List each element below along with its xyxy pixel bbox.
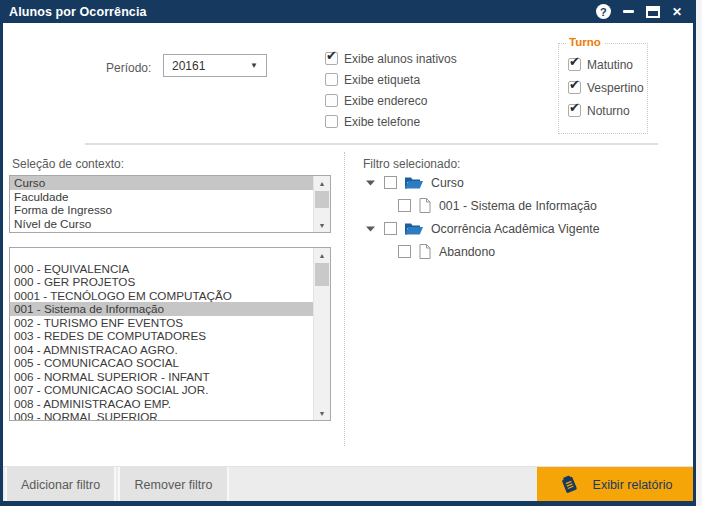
list-item[interactable]: Nível de Curso [10, 217, 313, 231]
checkbox-label: Exibe telefone [344, 115, 420, 129]
checkbox-option[interactable]: ✔Matutino [568, 57, 647, 72]
window-border-bottom [0, 501, 696, 506]
category-items: CursoFaculdadeForma de IngressoNível de … [10, 176, 313, 232]
turno-fieldset: Turno ✔Matutino✔Vespertino✔Noturno [558, 43, 648, 134]
scroll-down-icon[interactable]: ▼ [314, 218, 330, 232]
show-report-button[interactable]: Exibir relatório [537, 467, 693, 502]
tree-checkbox[interactable] [398, 245, 411, 258]
window-border-left [0, 0, 3, 506]
list-item[interactable]: Forma de Ingresso [10, 203, 313, 217]
list-item[interactable]: 008 - ADMINISTRACAO EMP. [10, 397, 313, 411]
checkbox-label: Matutino [587, 58, 633, 72]
tree-checkbox[interactable] [398, 199, 411, 212]
checkbox-label: Vespertino [587, 81, 644, 95]
scroll-up-icon[interactable]: ▲ [314, 248, 330, 262]
chevron-down-icon: ▼ [250, 61, 258, 70]
list-item[interactable] [10, 248, 313, 262]
checked-checkbox-icon[interactable]: ✔ [568, 104, 581, 117]
list-item[interactable]: 009 - NORMAL SUPERIOR [10, 410, 313, 420]
period-value: 20161 [172, 59, 205, 73]
check-mark-icon: ✔ [326, 48, 337, 63]
footer-bar: Adicionar filtro Remover filtro Exibir r… [3, 466, 693, 501]
checkbox-option[interactable]: Exibe telefone [325, 114, 457, 129]
report-icon [558, 474, 580, 496]
checkbox-option[interactable]: Exibe endereco [325, 93, 457, 108]
checkbox-option[interactable]: Exibe etiqueta [325, 72, 457, 87]
course-listbox[interactable]: 000 - EQUIVALENCIA000 - GER PROJETOS0001… [9, 247, 331, 421]
turno-legend: Turno [566, 36, 604, 48]
folder-icon [405, 176, 423, 189]
tree-leaf-label: 001 - Sistema de Informação [439, 199, 597, 213]
title-bar: Alunos por Ocorrência ? ✕ [0, 0, 696, 23]
restore-icon[interactable] [646, 6, 660, 18]
list-item[interactable]: 002 - TURISMO ENF EVENTOS [10, 316, 313, 330]
checked-checkbox-icon[interactable]: ✔ [325, 52, 338, 65]
section-divider [85, 143, 658, 145]
course-items: 000 - EQUIVALENCIA000 - GER PROJETOS0001… [10, 248, 313, 420]
remove-filter-button[interactable]: Remover filtro [118, 467, 229, 502]
checked-checkbox-icon[interactable]: ✔ [568, 81, 581, 94]
context-category-listbox[interactable]: CursoFaculdadeForma de IngressoNível de … [9, 175, 331, 233]
scrollbar[interactable]: ▲ ▼ [313, 176, 330, 232]
scroll-up-icon[interactable]: ▲ [314, 176, 330, 190]
unchecked-checkbox-icon[interactable] [325, 115, 338, 128]
dialog-window: Alunos por Ocorrência ? ✕ Período: 20161… [0, 0, 696, 506]
tree-node-label: Curso [431, 176, 464, 190]
show-report-label: Exibir relatório [593, 478, 673, 492]
checkbox-option[interactable]: ✔Vespertino [568, 80, 647, 95]
tree-checkbox[interactable] [384, 176, 397, 189]
tree-leaf[interactable]: 001 - Sistema de Informação [360, 194, 680, 217]
list-item[interactable]: 005 - COMUNICACAO SOCIAL [10, 356, 313, 370]
collapse-arrow-icon[interactable] [366, 226, 376, 232]
window-title: Alunos por Ocorrência [0, 5, 147, 19]
filter-label: Filtro selecionado: [363, 157, 460, 171]
list-item[interactable]: Faculdade [10, 190, 313, 204]
turno-options: ✔Matutino✔Vespertino✔Noturno [559, 44, 647, 118]
help-icon[interactable]: ? [596, 4, 611, 19]
list-item[interactable]: 001 - Sistema de Informação [10, 302, 313, 316]
list-item[interactable]: 006 - NORMAL SUPERIOR - INFANT [10, 370, 313, 384]
close-icon[interactable]: ✕ [672, 6, 682, 18]
tree-node[interactable]: Curso [360, 171, 680, 194]
period-dropdown[interactable]: 20161 ▼ [163, 54, 267, 77]
list-item[interactable]: 007 - COMUNICACAO SOCIAL JOR. [10, 383, 313, 397]
tree-leaf[interactable]: Abandono [360, 240, 680, 263]
minimize-icon[interactable] [623, 10, 634, 13]
scrollbar[interactable]: ▲ ▼ [313, 248, 330, 420]
check-mark-icon: ✔ [569, 77, 580, 92]
check-mark-icon: ✔ [569, 100, 580, 115]
document-icon [419, 198, 431, 213]
check-mark-icon: ✔ [569, 54, 580, 69]
scroll-thumb[interactable] [315, 263, 329, 286]
checkbox-option[interactable]: ✔Noturno [568, 103, 647, 118]
list-item[interactable]: 000 - GER PROJETOS [10, 275, 313, 289]
list-item[interactable]: 0001 - TECNÓLOGO EM COMPUTAÇÃO [10, 289, 313, 303]
list-item[interactable]: 003 - REDES DE COMPUTADORES [10, 329, 313, 343]
unchecked-checkbox-icon[interactable] [325, 73, 338, 86]
window-border-right [693, 0, 696, 506]
document-icon [419, 244, 431, 259]
tree-node-label: Ocorrência Acadêmica Vigente [431, 222, 600, 236]
list-item[interactable]: Ocorrência Acadêmica Vigente [10, 230, 313, 232]
checkbox-option[interactable]: ✔Exibe alunos inativos [325, 51, 457, 66]
filter-tree: Curso001 - Sistema de InformaçãoOcorrênc… [360, 171, 680, 263]
add-filter-button[interactable]: Adicionar filtro [5, 467, 116, 502]
list-item[interactable]: 004 - ADMNISTRACAO AGRO. [10, 343, 313, 357]
checked-checkbox-icon[interactable]: ✔ [568, 58, 581, 71]
folder-icon [405, 222, 423, 235]
tree-node[interactable]: Ocorrência Acadêmica Vigente [360, 217, 680, 240]
scroll-thumb[interactable] [315, 191, 329, 208]
list-item[interactable]: Curso [10, 176, 313, 190]
checkbox-label: Exibe endereco [344, 94, 427, 108]
collapse-arrow-icon[interactable] [366, 180, 376, 186]
context-label: Seleção de contexto: [12, 157, 124, 171]
period-label: Período: [106, 61, 151, 75]
list-item[interactable]: 000 - EQUIVALENCIA [10, 262, 313, 276]
scroll-down-icon[interactable]: ▼ [314, 406, 330, 420]
checkbox-label: Exibe etiqueta [344, 73, 420, 87]
unchecked-checkbox-icon[interactable] [325, 94, 338, 107]
checkbox-label: Noturno [587, 104, 630, 118]
tree-leaf-label: Abandono [439, 245, 495, 259]
panel-separator [344, 152, 345, 446]
tree-checkbox[interactable] [384, 222, 397, 235]
